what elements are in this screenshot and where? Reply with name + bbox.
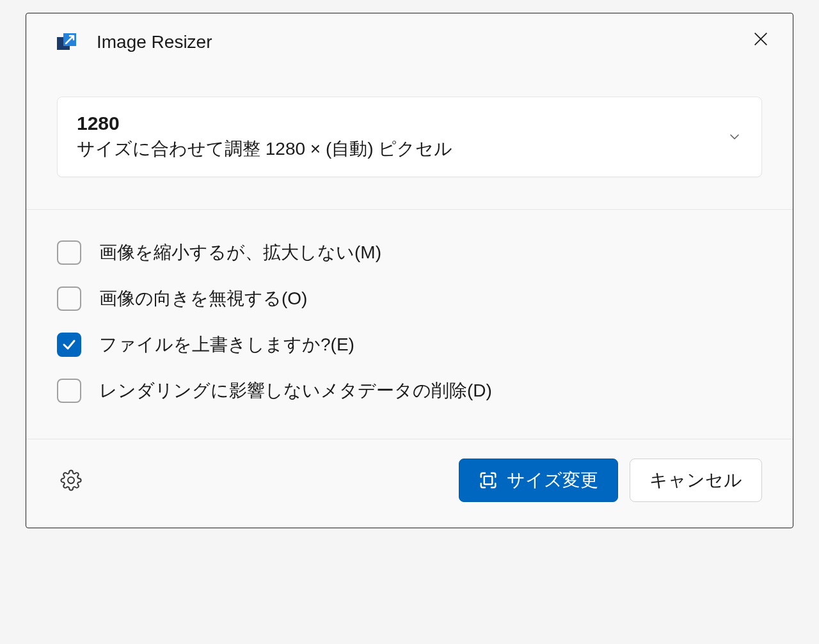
resize-icon xyxy=(479,471,498,490)
preset-section: 1280 サイズに合わせて調整 1280 × (自動) ピクセル xyxy=(26,65,793,209)
checkbox-box xyxy=(57,333,81,357)
check-icon xyxy=(61,337,77,352)
checkbox-box xyxy=(57,379,81,403)
checkbox-label: ファイルを上書きしますか?(E) xyxy=(99,333,354,357)
options-section: 画像を縮小するが、拡大しない(M) 画像の向きを無視する(O) ファイルを上書き… xyxy=(26,210,793,439)
close-button[interactable] xyxy=(748,26,774,52)
cancel-button-label: キャンセル xyxy=(649,468,742,492)
preset-text: 1280 サイズに合わせて調整 1280 × (自動) ピクセル xyxy=(77,113,727,161)
titlebar: Image Resizer xyxy=(26,13,793,65)
svg-rect-2 xyxy=(484,476,493,485)
checkbox-remove-metadata[interactable]: レンダリングに影響しないメタデータの削除(D) xyxy=(57,379,762,403)
close-icon xyxy=(752,30,770,48)
image-resizer-dialog: Image Resizer 1280 サイズに合わせて調整 1280 × (自動… xyxy=(26,13,793,528)
checkbox-label: レンダリングに影響しないメタデータの削除(D) xyxy=(99,379,492,403)
cancel-button[interactable]: キャンセル xyxy=(630,459,762,502)
checkbox-box xyxy=(57,240,81,265)
checkbox-overwrite-files[interactable]: ファイルを上書きしますか?(E) xyxy=(57,333,762,357)
chevron-down-icon xyxy=(727,129,742,145)
gear-icon xyxy=(60,469,82,491)
app-icon xyxy=(57,32,77,52)
resize-button[interactable]: サイズ変更 xyxy=(459,459,618,502)
preset-description: サイズに合わせて調整 1280 × (自動) ピクセル xyxy=(77,137,727,161)
checkbox-shrink-only[interactable]: 画像を縮小するが、拡大しない(M) xyxy=(57,240,762,265)
window-title: Image Resizer xyxy=(97,32,748,52)
checkbox-label: 画像を縮小するが、拡大しない(M) xyxy=(99,240,381,265)
size-preset-dropdown[interactable]: 1280 サイズに合わせて調整 1280 × (自動) ピクセル xyxy=(57,97,762,177)
settings-button[interactable] xyxy=(57,466,85,494)
checkbox-label: 画像の向きを無視する(O) xyxy=(99,287,307,311)
preset-name: 1280 xyxy=(77,113,727,134)
checkbox-ignore-orientation[interactable]: 画像の向きを無視する(O) xyxy=(57,287,762,311)
footer: サイズ変更 キャンセル xyxy=(26,439,793,528)
checkbox-box xyxy=(57,287,81,311)
resize-button-label: サイズ変更 xyxy=(507,468,598,492)
